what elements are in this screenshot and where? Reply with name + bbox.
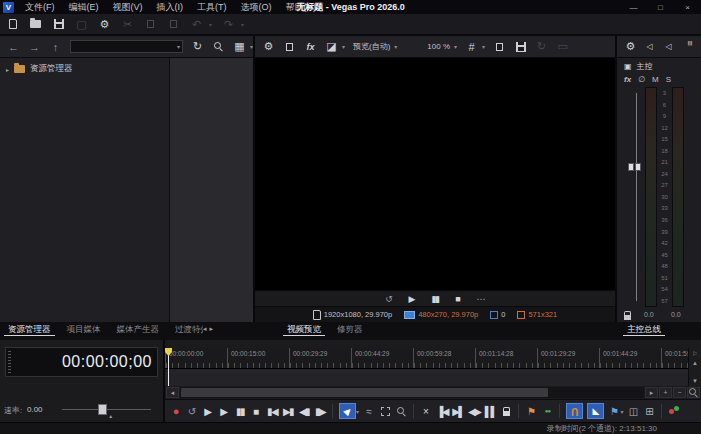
mute-button[interactable]: M — [652, 75, 659, 84]
tab-scroll-right-icon[interactable]: ▸ — [210, 325, 214, 340]
preview-zoom-value[interactable]: 100 % — [427, 42, 450, 51]
insert-region-button[interactable]: ●● — [541, 403, 553, 419]
tab-scroll-left-icon[interactable]: ◂ — [203, 325, 207, 340]
marker-bar-icon[interactable]: ⚐ — [692, 348, 697, 358]
tab-explorer[interactable]: 资源管理器 — [0, 322, 59, 340]
tab-project-media[interactable]: 项目媒体 — [59, 322, 109, 340]
scroll-left-button[interactable]: ◂ — [166, 387, 179, 398]
menu-item[interactable]: 视图(V) — [106, 0, 150, 14]
close-button[interactable]: × — [674, 0, 701, 14]
event-detection-button[interactable]: ◫ — [627, 403, 639, 419]
video-fx-button[interactable]: fx — [304, 40, 317, 54]
loop-preview-button[interactable]: ↻ — [535, 40, 548, 54]
paste-button[interactable] — [167, 17, 180, 31]
menu-item[interactable]: 文件(F) — [18, 0, 62, 14]
trim-start-button[interactable]: ▐◀ — [436, 403, 448, 419]
up-button[interactable]: ↑ — [49, 40, 62, 54]
split-screen-button[interactable]: ◪ — [325, 40, 338, 54]
menu-item[interactable]: 插入(I) — [150, 0, 191, 14]
zoom-tool-button[interactable] — [687, 387, 700, 398]
scroll-right-button[interactable]: ▸ — [645, 387, 658, 398]
overlay-disabled-button[interactable]: ▭ — [556, 40, 569, 54]
preview-loop-button[interactable]: ↺ — [383, 293, 396, 305]
render-as-button[interactable]: ▢ — [75, 17, 88, 31]
menu-item[interactable]: 编辑(E) — [62, 0, 106, 14]
menu-item[interactable]: 工具(T) — [190, 0, 234, 14]
envelope-tool-button[interactable]: ≈ — [363, 403, 375, 419]
tab-video-preview[interactable]: 视频预览 — [279, 322, 329, 340]
scroll-down-icon[interactable]: ▼ — [692, 376, 698, 386]
menu-item[interactable]: 选项(O) — [234, 0, 279, 14]
explorer-file-list[interactable] — [169, 58, 253, 322]
redo-button[interactable]: ↷ — [222, 17, 235, 31]
next-frame-button[interactable]: ▮▶ — [314, 403, 326, 419]
tracks-empty-area[interactable] — [165, 369, 688, 386]
copy-frame-button[interactable] — [493, 40, 506, 54]
master-fx-button[interactable]: fx — [624, 75, 631, 84]
master-box-icon[interactable]: ▣ — [624, 62, 632, 71]
loop-playback-button[interactable]: ↺ — [186, 403, 198, 419]
timeline-ruler[interactable]: 00:00:00:0000:00:15:0000:00:29:2900:00:4… — [165, 348, 688, 369]
normal-edit-tool-button[interactable]: ▶ — [339, 403, 356, 419]
solo-button[interactable]: S — [666, 75, 671, 84]
rate-slider-handle[interactable] — [98, 404, 107, 415]
preview-quality-dropdown[interactable]: 预览(自动) — [353, 41, 390, 52]
go-to-start-button[interactable]: ▮◀ — [266, 403, 278, 419]
preview-pause-button[interactable]: ▮▮ — [429, 293, 442, 305]
undo-dropdown[interactable]: ▾ — [209, 21, 212, 28]
external-monitor-button[interactable] — [283, 40, 296, 54]
timecode-display[interactable]: 00:00:00;00 — [5, 347, 158, 377]
preview-stop-button[interactable]: ■ — [452, 293, 465, 305]
project-properties-button[interactable]: ⚙ — [98, 17, 111, 31]
auto-ripple-button[interactable]: ◣ — [587, 403, 604, 419]
record-button[interactable]: ● — [170, 403, 182, 419]
rate-slider[interactable]: ▲ — [62, 400, 151, 420]
tab-trimmer[interactable]: 修剪器 — [329, 322, 371, 340]
tab-transitions[interactable]: 过渡特效 — [167, 322, 203, 340]
go-to-end-button[interactable]: ▶▮ — [282, 403, 294, 419]
search-button[interactable] — [212, 40, 225, 54]
previous-frame-button[interactable]: ◀▮ — [298, 403, 310, 419]
views-button[interactable]: ▦ — [233, 40, 246, 54]
volume-fader-handle[interactable] — [628, 163, 641, 171]
preview-play-button[interactable]: ▶ — [406, 293, 419, 305]
zoom-in-button[interactable]: + — [659, 387, 672, 398]
back-button[interactable]: ← — [7, 40, 20, 54]
refresh-button[interactable]: ↻ — [191, 40, 204, 54]
split-button[interactable]: ◀▶ — [468, 403, 480, 419]
split-screen-dropdown[interactable]: ▾ — [342, 43, 345, 50]
preview-settings-gear[interactable]: ⚙ — [262, 40, 275, 54]
undo-button[interactable]: ↶ — [190, 17, 203, 31]
stop-button[interactable]: ■ — [250, 403, 262, 419]
forward-button[interactable]: → — [28, 40, 41, 54]
downmix-speaker-icon[interactable]: ◁ — [662, 40, 675, 54]
preview-more-button[interactable]: ⋯ — [475, 293, 488, 305]
new-project-button[interactable] — [6, 17, 19, 31]
redo-dropdown[interactable]: ▾ — [241, 21, 244, 28]
save-project-button[interactable] — [52, 17, 65, 31]
edit-tool-dropdown[interactable]: ▾ — [356, 408, 359, 415]
volume-fader-track[interactable] — [636, 93, 637, 301]
meter-options-icon[interactable]: ≡ — [681, 40, 695, 53]
trim-end-button[interactable]: ▶▌ — [452, 403, 464, 419]
copy-button[interactable] — [144, 17, 157, 31]
overlay-dropdown[interactable]: ▾ — [482, 43, 485, 50]
pause-button[interactable]: ▮▮ — [234, 403, 246, 419]
zoom-edit-tool-button[interactable] — [395, 403, 407, 419]
marker-tool-dropdown[interactable]: ▾ — [620, 408, 623, 415]
selection-tool-button[interactable] — [379, 403, 391, 419]
phase-invert-button[interactable]: ∅ — [638, 75, 645, 84]
cut-button[interactable]: ✂ — [121, 17, 134, 31]
zoom-dropdown-icon[interactable]: ▾ — [454, 43, 457, 50]
grid-overlay-button[interactable]: # — [465, 40, 478, 54]
drag-grip-icon[interactable] — [8, 351, 11, 373]
grouping-button[interactable]: ⊞ — [643, 403, 655, 419]
zoom-out-button[interactable]: − — [673, 387, 686, 398]
snapping-button[interactable]: U — [566, 403, 583, 419]
scroll-up-icon[interactable]: ▲ — [692, 358, 698, 368]
delete-button[interactable]: × — [420, 403, 432, 419]
marker-tool-button[interactable]: ⚑ — [608, 403, 620, 419]
play-button[interactable]: ▶ — [218, 403, 230, 419]
maximize-button[interactable]: □ — [647, 0, 674, 14]
lock-fader-icon[interactable] — [624, 315, 631, 320]
